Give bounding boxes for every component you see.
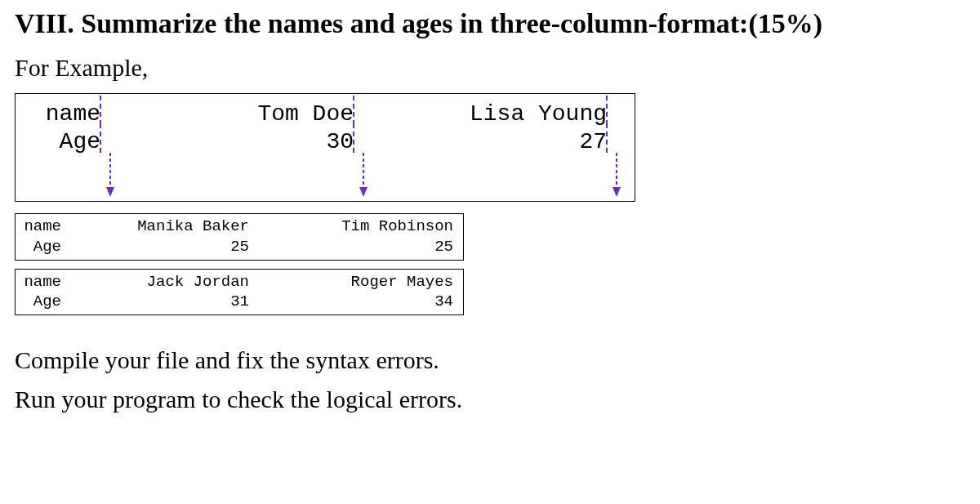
out1-col2-age: 25	[61, 237, 249, 257]
out2-label-name: name	[20, 272, 61, 292]
example-col3-name: Lisa Young	[470, 100, 607, 128]
alignment-arrows	[27, 155, 623, 201]
table-row: Age 31 34	[20, 292, 458, 312]
out1-label-name: name	[20, 216, 61, 237]
output-box-1: name Manika Baker Tim Robinson Age 25 25	[15, 213, 464, 260]
out1-col2-name: Manika Baker	[61, 216, 249, 237]
example-col2-age: 30	[326, 128, 354, 156]
arrow-down-icon	[359, 153, 368, 198]
out2-col3-name: Roger Mayes	[249, 272, 453, 292]
arrow-down-icon	[612, 153, 621, 198]
out2-label-age: Age	[20, 292, 61, 312]
example-output-box: name Tom Doe Lisa Young Age 30 27	[15, 93, 635, 202]
instruction-run: Run your program to check the logical er…	[15, 386, 965, 413]
output-box-2: name Jack Jordan Roger Mayes Age 31 34	[15, 269, 464, 315]
svg-marker-1	[106, 187, 114, 197]
example-label-age: Age	[60, 128, 100, 156]
example-row-age: Age 30 27	[27, 128, 623, 156]
table-row: name Manika Baker Tim Robinson	[20, 216, 458, 237]
svg-marker-5	[612, 187, 621, 197]
arrow-down-icon	[105, 153, 115, 198]
example-col2-name: Tom Doe	[257, 100, 354, 128]
instruction-compile: Compile your file and fix the syntax err…	[15, 346, 965, 374]
example-label-name: name	[46, 100, 100, 128]
example-row-name: name Tom Doe Lisa Young	[27, 100, 623, 128]
table-row: name Jack Jordan Roger Mayes	[20, 272, 458, 292]
out2-col2-name: Jack Jordan	[61, 272, 249, 292]
svg-marker-3	[359, 187, 368, 197]
out2-col2-age: 31	[61, 292, 249, 312]
section-heading: VIII. Summarize the names and ages in th…	[15, 8, 965, 39]
out1-label-age: Age	[20, 237, 61, 257]
example-col3-age: 27	[579, 128, 607, 156]
example-label: For Example,	[15, 54, 965, 82]
out2-col3-age: 34	[249, 292, 453, 312]
out1-col3-age: 25	[249, 237, 453, 257]
table-row: Age 25 25	[20, 237, 458, 257]
out1-col3-name: Tim Robinson	[249, 216, 453, 237]
